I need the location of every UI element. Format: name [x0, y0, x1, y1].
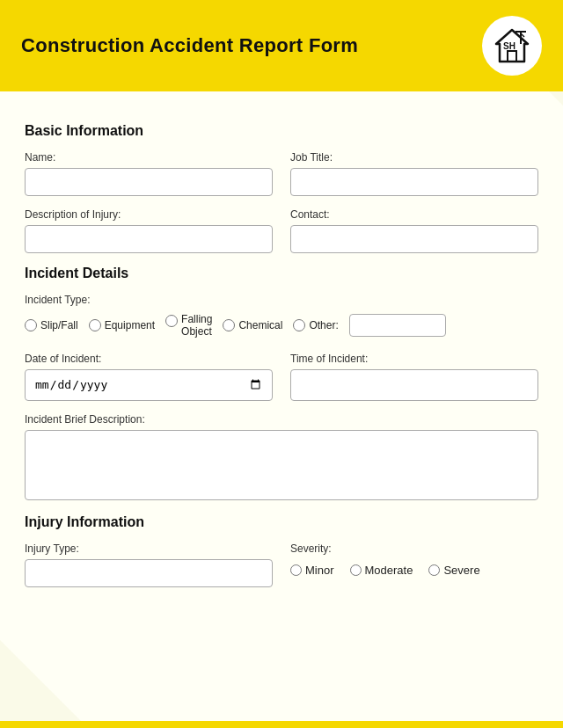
severity-severe-input[interactable] [428, 564, 440, 576]
date-group: Date of Incident: [25, 353, 273, 401]
severity-minor-input[interactable] [290, 564, 302, 576]
radio-falling-object-input[interactable] [165, 315, 178, 327]
contact-label: Contact: [290, 208, 538, 221]
brief-description-label: Incident Brief Description: [25, 413, 538, 426]
injury-type-input[interactable] [25, 559, 273, 587]
logo-icon: SH [491, 25, 533, 67]
radio-equipment[interactable]: Equipment [89, 319, 155, 331]
job-title-input[interactable] [290, 168, 538, 196]
description-group: Description of Injury: [25, 208, 273, 253]
incident-type-label: Incident Type: [25, 294, 538, 306]
incident-type-radios: Slip/Fall Equipment Falling Object Chemi… [25, 313, 538, 339]
radio-falling-object-label: Falling Object [181, 313, 212, 339]
basic-info-title: Basic Information [25, 123, 538, 139]
incident-details-section: Incident Details [25, 266, 538, 281]
severity-minor[interactable]: Minor [290, 564, 334, 577]
severity-moderate[interactable]: Moderate [350, 564, 413, 577]
radio-slip-fall[interactable]: Slip/Fall [25, 319, 78, 331]
date-input[interactable] [25, 369, 273, 401]
date-label: Date of Incident: [25, 353, 273, 365]
radio-equipment-input[interactable] [89, 319, 101, 331]
radio-other-label: Other: [309, 319, 338, 331]
job-title-label: Job Title: [290, 151, 538, 164]
name-group: Name: [25, 151, 273, 196]
incident-details-title: Incident Details [25, 266, 538, 281]
contact-input[interactable] [290, 225, 538, 253]
description-label: Description of Injury: [25, 208, 273, 221]
header: Construction Accident Report Form SH [0, 0, 563, 91]
bottom-bar [0, 721, 563, 728]
injury-info-section: Injury Information [25, 514, 538, 530]
radio-chemical[interactable]: Chemical [223, 319, 282, 331]
svg-rect-1 [508, 51, 516, 62]
description-input[interactable] [25, 225, 273, 253]
basic-info-section: Basic Information [25, 123, 538, 139]
injury-type-label: Injury Type: [25, 542, 273, 555]
injury-severity-row: Injury Type: Severity: Minor Moderate Se… [25, 542, 538, 587]
page-title: Construction Accident Report Form [21, 34, 358, 57]
other-input[interactable] [349, 314, 446, 337]
severity-severe[interactable]: Severe [428, 564, 479, 577]
radio-other[interactable]: Other: [293, 319, 338, 331]
description-contact-row: Description of Injury: Contact: [25, 208, 538, 253]
severity-group: Severity: Minor Moderate Severe [290, 542, 538, 587]
radio-chemical-label: Chemical [238, 319, 282, 331]
main-content: Basic Information Name: Job Title: Descr… [0, 91, 563, 626]
injury-type-group: Injury Type: [25, 542, 273, 587]
severity-severe-label: Severe [443, 564, 479, 577]
name-label: Name: [25, 151, 273, 164]
job-title-group: Job Title: [290, 151, 538, 196]
radio-chemical-input[interactable] [223, 319, 235, 331]
logo: SH [482, 16, 542, 76]
radio-slip-fall-input[interactable] [25, 319, 37, 331]
name-input[interactable] [25, 168, 273, 196]
severity-moderate-input[interactable] [350, 564, 362, 576]
time-group: Time of Incident: [290, 353, 538, 401]
time-input[interactable] [290, 369, 538, 401]
severity-radios: Minor Moderate Severe [290, 564, 538, 577]
name-jobtitle-row: Name: Job Title: [25, 151, 538, 196]
brief-description-textarea[interactable] [25, 430, 538, 500]
radio-slip-fall-label: Slip/Fall [40, 319, 78, 331]
radio-other-input[interactable] [293, 319, 305, 331]
radio-falling-object[interactable]: Falling Object [165, 313, 212, 339]
injury-info-title: Injury Information [25, 514, 538, 530]
time-label: Time of Incident: [290, 353, 538, 365]
severity-minor-label: Minor [305, 564, 334, 577]
radio-equipment-label: Equipment [105, 319, 155, 331]
severity-moderate-label: Moderate [365, 564, 413, 577]
date-time-row: Date of Incident: Time of Incident: [25, 353, 538, 401]
brief-description-group: Incident Brief Description: [25, 413, 538, 500]
severity-label: Severity: [290, 542, 538, 555]
svg-text:SH: SH [503, 41, 515, 51]
contact-group: Contact: [290, 208, 538, 253]
